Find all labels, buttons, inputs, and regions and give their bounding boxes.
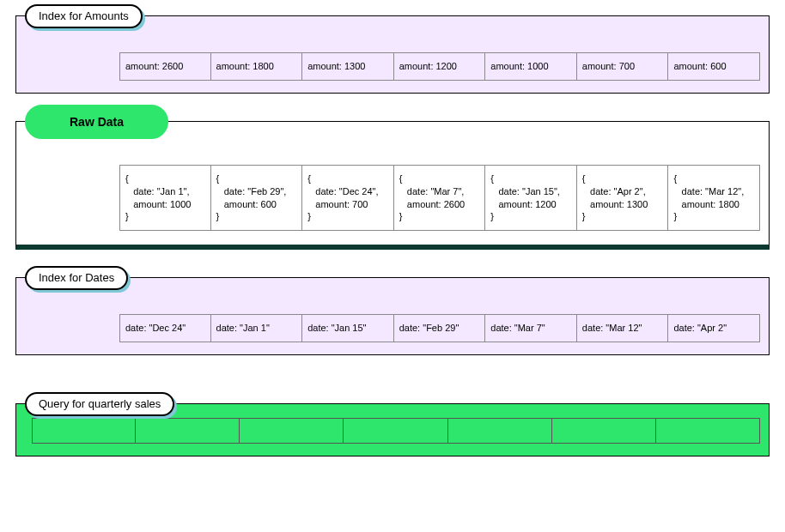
query-cell bbox=[552, 418, 656, 444]
query-cell bbox=[344, 418, 447, 444]
query-panel: Query for quarterly sales bbox=[15, 403, 770, 456]
index-amount-cell: amount: 1200 bbox=[394, 52, 486, 81]
index-date-cell: date: "Feb 29" bbox=[394, 314, 486, 342]
index-date-cell: date: "Dec 24" bbox=[119, 314, 211, 342]
index-date-cell: date: "Mar 7" bbox=[485, 314, 577, 342]
raw-data-cell: { date: "Apr 2", amount: 1300 } bbox=[577, 165, 669, 231]
raw-data-cell: { date: "Dec 24", amount: 700 } bbox=[302, 165, 394, 231]
index-amount-cell: amount: 1800 bbox=[211, 52, 303, 81]
index-dates-title: Index for Dates bbox=[25, 266, 128, 290]
index-amount-cell: amount: 1300 bbox=[302, 52, 394, 81]
raw-data-title: Raw Data bbox=[25, 105, 168, 139]
query-row bbox=[32, 418, 760, 444]
query-cell bbox=[240, 418, 344, 444]
raw-data-cell: { date: "Mar 7", amount: 2600 } bbox=[394, 165, 486, 231]
index-amounts-panel: Index for Amounts amount: 2600 amount: 1… bbox=[15, 15, 770, 94]
index-amount-cell: amount: 2600 bbox=[119, 52, 211, 81]
index-amount-cell: amount: 600 bbox=[668, 52, 760, 81]
raw-data-row: { date: "Jan 1", amount: 1000 } { date: … bbox=[119, 165, 760, 231]
raw-data-panel: Raw Data { date: "Jan 1", amount: 1000 }… bbox=[15, 121, 770, 250]
index-dates-panel: Index for Dates date: "Dec 24" date: "Ja… bbox=[15, 277, 770, 355]
raw-data-cell: { date: "Jan 15", amount: 1200 } bbox=[485, 165, 577, 231]
index-amount-cell: amount: 700 bbox=[577, 52, 669, 81]
raw-data-cell: { date: "Jan 1", amount: 1000 } bbox=[119, 165, 211, 231]
index-amounts-row: amount: 2600 amount: 1800 amount: 1300 a… bbox=[119, 52, 760, 81]
raw-data-cell: { date: "Feb 29", amount: 600 } bbox=[211, 165, 303, 231]
index-date-cell: date: "Jan 1" bbox=[211, 314, 303, 342]
index-date-cell: date: "Mar 12" bbox=[577, 314, 669, 342]
query-cell bbox=[448, 418, 552, 444]
query-cell bbox=[32, 418, 136, 444]
index-date-cell: date: "Jan 15" bbox=[302, 314, 394, 342]
query-title: Query for quarterly sales bbox=[25, 392, 174, 416]
index-amounts-title: Index for Amounts bbox=[25, 4, 143, 28]
query-cell bbox=[136, 418, 240, 444]
index-dates-row: date: "Dec 24" date: "Jan 1" date: "Jan … bbox=[119, 314, 760, 342]
index-date-cell: date: "Apr 2" bbox=[668, 314, 760, 342]
query-cell bbox=[656, 418, 760, 444]
raw-data-cell: { date: "Mar 12", amount: 1800 } bbox=[668, 165, 760, 231]
index-amount-cell: amount: 1000 bbox=[485, 52, 577, 81]
